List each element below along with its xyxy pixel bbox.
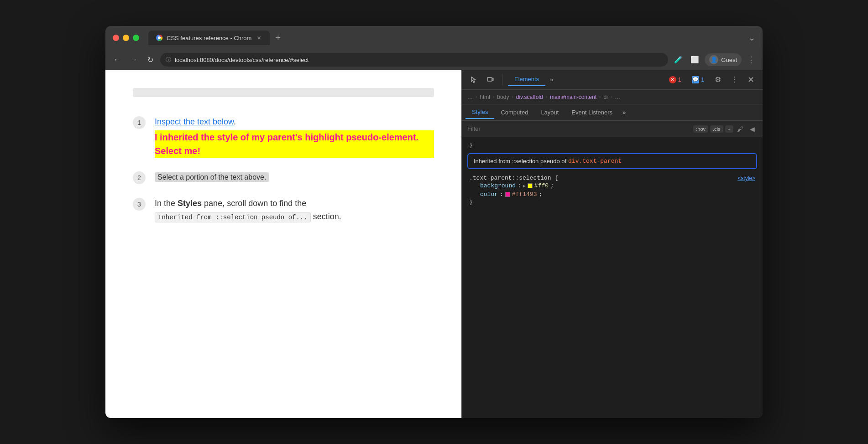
svg-rect-3	[487, 77, 492, 81]
devtools-close-button[interactable]: ✕	[744, 73, 757, 86]
maximize-window-button[interactable]	[133, 35, 139, 41]
item-3-intro: In the Styles pane, scroll down to find …	[155, 199, 306, 208]
property-name-color[interactable]: color	[480, 191, 498, 198]
devtools-more-menu-button[interactable]: ⋮	[728, 73, 741, 86]
numbered-list: 1 Inspect the text below. I inherited th…	[133, 115, 434, 223]
close-window-button[interactable]	[113, 35, 119, 41]
inherited-selector[interactable]: div.text-parent	[568, 158, 622, 165]
tab-title: CSS features reference - Chrom	[167, 35, 251, 41]
active-tab[interactable]: CSS features reference - Chrom ✕	[148, 31, 270, 45]
property-name-background[interactable]: background	[480, 182, 516, 189]
breadcrumb-body[interactable]: body	[497, 94, 509, 100]
style-source-link[interactable]: <style>	[737, 175, 755, 181]
styles-content: } Inherited from ::selection pseudo of d…	[462, 137, 763, 418]
devtools-panel: Elements » ✕ 1 💬 1 ⚙ ⋮ ✕	[461, 70, 763, 418]
svg-rect-4	[492, 78, 493, 81]
closing-brace-rule: }	[469, 199, 755, 206]
reload-button[interactable]: ↻	[144, 53, 157, 66]
sidebar-toggle-icon[interactable]: ◀	[747, 124, 757, 134]
item-2-text: Select a portion of the text above.	[155, 172, 269, 182]
devtools-more-tabs[interactable]: »	[546, 74, 557, 85]
styles-more-tabs[interactable]: »	[619, 107, 629, 118]
tab-elements[interactable]: Elements	[508, 73, 545, 86]
split-screen-icon[interactable]: ⬜	[688, 53, 701, 66]
paint-icon[interactable]: 🖌	[735, 124, 745, 134]
breadcrumb-more[interactable]: …	[615, 94, 620, 100]
element-breadcrumb: … › html › body › div.scaffold › main#ma…	[462, 90, 763, 104]
tab-menu-button[interactable]: ⌄	[748, 33, 755, 43]
error-badge[interactable]: ✕ 1	[665, 74, 685, 85]
list-item: 1 Inspect the text below. I inherited th…	[133, 115, 434, 158]
filter-buttons: :hov .cls + 🖌 ◀	[693, 124, 757, 134]
item-1-text: Inspect the text below.	[155, 117, 236, 126]
secure-icon: ⓘ	[166, 56, 171, 64]
profile-avatar: 👤	[709, 55, 718, 64]
chrome-favicon-icon	[156, 34, 163, 41]
filter-bar: :hov .cls + 🖌 ◀	[462, 121, 763, 137]
tab-close-button[interactable]: ✕	[255, 34, 262, 41]
devtools-settings-button[interactable]: ⚙	[711, 73, 724, 86]
hov-filter-button[interactable]: :hov	[693, 125, 708, 133]
profile-button[interactable]: 👤 Guest	[705, 53, 742, 66]
profile-label: Guest	[721, 57, 737, 63]
device-toggle-button[interactable]	[484, 73, 497, 86]
breadcrumb-html[interactable]: html	[480, 94, 490, 100]
css-property-background: background : ▶ #ff0 ;	[469, 181, 755, 190]
tab-event-listeners[interactable]: Event Listeners	[565, 106, 619, 119]
toolbar-icons: 🧪 ⬜ 👤 Guest ⋮	[672, 53, 757, 66]
toolbar-separator	[502, 74, 502, 85]
devtools-toolbar: Elements » ✕ 1 💬 1 ⚙ ⋮ ✕	[462, 70, 763, 90]
color-value[interactable]: #ff1493	[512, 191, 537, 198]
browser-content: 1 Inspect the text below. I inherited th…	[105, 70, 763, 418]
item-3-content: In the Styles pane, scroll down to find …	[155, 197, 434, 223]
minimize-window-button[interactable]	[123, 35, 129, 41]
page-content: 1 Inspect the text below. I inherited th…	[105, 70, 461, 418]
inspect-element-button[interactable]	[467, 73, 480, 86]
highlighted-text: I inherited the style of my parent's hig…	[155, 130, 434, 158]
new-tab-button[interactable]: +	[272, 31, 284, 45]
breadcrumb-di[interactable]: di	[603, 94, 607, 100]
tab-computed[interactable]: Computed	[494, 106, 534, 119]
item-1-content: Inspect the text below. I inherited the …	[155, 115, 434, 158]
breadcrumb-main[interactable]: main#main-content	[550, 94, 596, 100]
list-item: 3 In the Styles pane, scroll down to fin…	[133, 197, 434, 223]
item-2-content: Select a portion of the text above.	[155, 170, 434, 184]
error-count: 1	[678, 77, 681, 83]
inherited-from-text: Inherited from ::selection pseudo of	[474, 158, 566, 165]
info-badge[interactable]: 💬 1	[688, 74, 708, 85]
item-number-2: 2	[133, 171, 146, 184]
item-1-period: .	[234, 117, 236, 126]
filter-input[interactable]	[467, 125, 690, 132]
experiments-icon[interactable]: 🧪	[672, 53, 685, 66]
code-inline-text: Inherited from ::selection pseudo of...	[155, 212, 311, 222]
add-class-button[interactable]: +	[725, 125, 733, 133]
tab-styles[interactable]: Styles	[465, 106, 494, 119]
error-icon: ✕	[669, 76, 676, 83]
devtools-main-tabs: Elements »	[508, 73, 662, 86]
tab-layout[interactable]: Layout	[534, 106, 565, 119]
browser-window: CSS features reference - Chrom ✕ + ⌄ ← →…	[105, 26, 763, 418]
back-button[interactable]: ←	[111, 53, 124, 66]
tab-bar: CSS features reference - Chrom ✕ +	[148, 31, 743, 45]
inspect-text-link[interactable]: Inspect the text below	[155, 117, 234, 126]
title-bar: CSS features reference - Chrom ✕ + ⌄	[105, 26, 763, 50]
item-number-3: 3	[133, 198, 146, 211]
device-icon	[486, 76, 494, 83]
breadcrumb-ellipsis[interactable]: …	[467, 94, 473, 100]
item-3-end: section.	[313, 212, 341, 221]
css-property-color: color : #ff1493 ;	[469, 190, 755, 199]
color-swatch[interactable]	[505, 192, 510, 197]
url-text: localhost:8080/docs/devtools/css/referen…	[175, 57, 663, 63]
traffic-lights	[113, 35, 139, 41]
expand-background-arrow[interactable]: ▶	[523, 183, 526, 189]
browser-menu-button[interactable]: ⋮	[745, 55, 757, 65]
nav-bar: ← → ↻ ⓘ localhost:8080/docs/devtools/css…	[105, 50, 763, 70]
inherited-from-section: Inherited from ::selection pseudo of div…	[467, 153, 757, 169]
background-value[interactable]: #ff0	[534, 182, 549, 189]
forward-button[interactable]: →	[127, 53, 140, 66]
cls-filter-button[interactable]: .cls	[710, 125, 723, 133]
css-selector[interactable]: .text-parent::selection {	[469, 175, 558, 181]
address-bar[interactable]: ⓘ localhost:8080/docs/devtools/css/refer…	[160, 53, 668, 67]
background-color-swatch[interactable]	[528, 183, 533, 188]
breadcrumb-div-scaffold[interactable]: div.scaffold	[516, 94, 543, 100]
